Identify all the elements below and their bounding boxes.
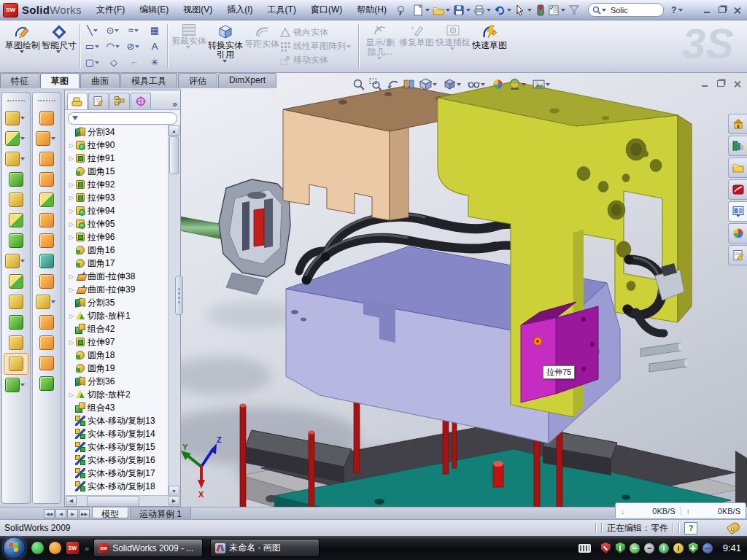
solidworks-quicklaunch-icon[interactable]: SW <box>66 542 79 554</box>
panel-tab-propertymanager[interactable] <box>88 93 109 109</box>
rebuild-button[interactable] <box>534 4 547 17</box>
taskbar-button-solidworks[interactable]: SW SolidWorks 2009 - ... <box>93 539 203 557</box>
tree-item[interactable]: 圆角17 <box>66 257 169 270</box>
scroll-left-icon[interactable]: ◀ <box>66 496 77 505</box>
area-select-tool-button[interactable]: ▦ <box>144 23 165 39</box>
undo-dropdown-icon[interactable] <box>507 9 511 12</box>
filter-button[interactable] <box>568 4 581 17</box>
open-button[interactable] <box>432 4 445 17</box>
arc-tool-button[interactable]: ◠ <box>104 39 124 55</box>
planar-surface-button[interactable] <box>33 210 61 230</box>
defender-icon[interactable] <box>689 542 698 553</box>
toolbar-grip[interactable] <box>7 100 25 105</box>
circle-tool-button[interactable]: ⊙ <box>104 23 124 39</box>
expand-arrow-icon[interactable]: ▷ <box>68 234 75 241</box>
graphics-area[interactable]: Y Z X 拉伸75 <box>181 73 747 507</box>
panel-splitter-handle[interactable] <box>175 276 183 315</box>
panel-tab-featuremanager[interactable] <box>67 93 88 109</box>
tree-item[interactable]: 分割35 <box>66 296 169 309</box>
thicken-button[interactable] <box>33 332 61 353</box>
tab-motion-study[interactable]: 运动算例 1 <box>130 508 191 518</box>
doc-minimize-button[interactable] <box>697 77 712 90</box>
menu-item-6[interactable]: 窗口(W) <box>303 0 349 20</box>
new-document-button[interactable] <box>411 4 425 17</box>
search-dropdown-icon[interactable] <box>602 9 606 12</box>
antivirus-icon[interactable] <box>601 542 611 553</box>
menu-item-7[interactable]: 帮助(H) <box>349 0 394 20</box>
tree-item[interactable]: 组合43 <box>66 401 169 414</box>
menu-item-5[interactable]: 工具(T) <box>260 0 303 20</box>
pin-icon[interactable] <box>397 5 404 15</box>
extruded-boss-button[interactable] <box>2 108 30 128</box>
print-dropdown-icon[interactable] <box>487 9 491 12</box>
minimize-button[interactable] <box>700 4 713 16</box>
tree-item[interactable]: 实体-移动/复制18 <box>66 480 169 493</box>
wrap-button[interactable] <box>2 312 30 332</box>
scrollbar-thumb[interactable] <box>87 496 139 507</box>
curves-button[interactable] <box>2 375 30 395</box>
tree-item[interactable]: 圆角15 <box>66 165 169 178</box>
offset-surface-button[interactable] <box>33 230 61 251</box>
view-orientation-dropdown-icon[interactable] <box>433 83 437 86</box>
ruled-surface-button[interactable] <box>33 312 61 332</box>
safety-icon[interactable] <box>49 542 61 554</box>
doc-restore-button[interactable] <box>713 77 728 90</box>
chamfer-button[interactable] <box>2 190 30 210</box>
scroll-right-icon[interactable]: ▶ <box>169 496 179 505</box>
prev-tab-icon[interactable]: ◀ <box>55 509 66 518</box>
tab-评估[interactable]: 评估 <box>178 73 217 88</box>
rib-button[interactable] <box>2 230 30 251</box>
tab-特征[interactable]: 特征 <box>0 73 39 88</box>
filled-surface-button[interactable] <box>33 190 61 210</box>
tree-item[interactable]: ▷拉伸92 <box>66 178 169 191</box>
open-dropdown-icon[interactable] <box>446 9 450 12</box>
apply-scene-dropdown-icon[interactable] <box>522 83 526 86</box>
point-tool-button[interactable]: ✳ <box>144 55 165 71</box>
extruded-cut-button[interactable] <box>2 128 30 149</box>
taskpane-tab-design-library[interactable] <box>728 136 747 156</box>
volume-icon[interactable] <box>644 543 654 553</box>
revolved-surface-dropdown-icon[interactable] <box>51 137 55 140</box>
keyboard-icon[interactable] <box>578 544 591 553</box>
expand-arrow-icon[interactable]: ▷ <box>68 221 75 228</box>
expand-arrow-icon[interactable]: ▷ <box>68 208 75 214</box>
expand-arrow-icon[interactable]: ▷ <box>68 195 75 201</box>
options-button[interactable] <box>547 4 560 17</box>
tree-item[interactable]: ▷拉伸90 <box>66 139 169 152</box>
mirror-button[interactable] <box>2 271 30 292</box>
expand-arrow-icon[interactable]: ▷ <box>68 155 75 162</box>
taskpane-tab-custom-properties[interactable] <box>728 245 747 265</box>
panel-tab-dimxpertmanager[interactable] <box>131 93 151 109</box>
sync-blocked-icon[interactable] <box>703 543 713 553</box>
previous-view-button[interactable] <box>386 78 398 90</box>
menu-item-4[interactable]: 插入(I) <box>220 0 260 20</box>
draft-button[interactable] <box>2 292 30 312</box>
new-document-dropdown-icon[interactable] <box>425 9 430 12</box>
tree-item[interactable]: 实体-移动/复制14 <box>66 427 169 440</box>
tree-item[interactable]: 圆角16 <box>66 244 169 257</box>
tree-horizontal-scrollbar[interactable]: ◀ ▶ <box>66 495 179 506</box>
tree-filter-input[interactable] <box>68 112 177 125</box>
tree-item[interactable]: ▷拉伸97 <box>66 335 169 349</box>
tree-item[interactable]: 实体-移动/复制13 <box>66 414 169 427</box>
tree-item[interactable]: 圆角18 <box>66 349 169 362</box>
curves-dropdown-icon[interactable] <box>20 384 25 386</box>
shield-power-icon[interactable] <box>616 542 625 553</box>
toolbar-grip[interactable] <box>38 100 55 105</box>
hide-show-items-dropdown-icon[interactable] <box>481 83 485 86</box>
tab-草图[interactable]: 草图 <box>40 73 80 88</box>
undo-button[interactable] <box>493 4 506 17</box>
expand-arrow-icon[interactable]: ▷ <box>68 392 75 398</box>
boundary-surface-button[interactable] <box>33 169 61 190</box>
menu-item-1[interactable]: 文件(F) <box>89 0 132 20</box>
section-view-button[interactable] <box>403 78 415 90</box>
start-button[interactable] <box>3 537 26 559</box>
scrollbar-thumb[interactable] <box>169 136 179 174</box>
tree-item[interactable]: ▷拉伸96 <box>66 230 169 244</box>
search-input[interactable]: Solic <box>611 6 628 15</box>
tab-模具工具[interactable]: 模具工具 <box>120 73 177 88</box>
taskpane-tab-solidworks-resources[interactable] <box>728 114 747 134</box>
scroll-down-icon[interactable]: ▼ <box>169 486 179 496</box>
save-dropdown-icon[interactable] <box>466 9 471 12</box>
save-button[interactable] <box>452 4 465 17</box>
